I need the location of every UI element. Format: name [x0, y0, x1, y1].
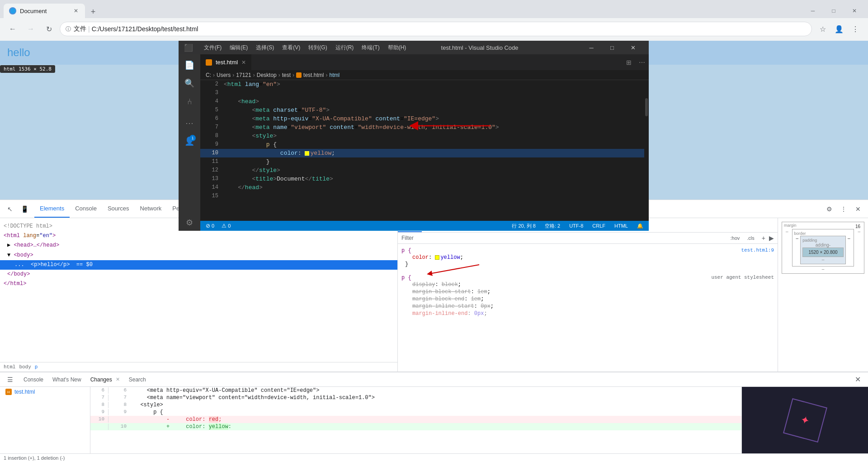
style-prop-margin-inline-end[interactable]: margin-inline-end: 0px; — [401, 310, 774, 317]
diff-text-10-added: + color: yellow: — [134, 424, 231, 430]
bottom-tab-changes[interactable]: Changes ✕ — [87, 372, 123, 386]
vscode-minimize[interactable]: ─ — [581, 41, 602, 54]
vscode-file-tab[interactable]: test.html ✕ — [200, 54, 252, 70]
close-devtools-icon[interactable]: ✕ — [852, 203, 864, 215]
warning-count[interactable]: ⚠ 0 — [220, 223, 232, 229]
bookmark-icon[interactable]: ☆ — [816, 22, 830, 36]
explorer-icon[interactable]: 📄 — [182, 58, 197, 72]
vscode-scrollbar[interactable] — [644, 80, 649, 221]
cls-button[interactable]: .cls — [745, 234, 756, 242]
color-swatch-yellow[interactable] — [435, 255, 439, 260]
reload-button[interactable]: ↻ — [42, 22, 56, 36]
back-button[interactable]: ← — [5, 22, 20, 36]
style-prop-display[interactable]: display: block; — [401, 281, 774, 288]
notification-icon[interactable]: 🔔 — [635, 223, 645, 229]
style-selector-1[interactable]: p { — [401, 248, 411, 254]
file-item-testhtml[interactable]: H test.html — [0, 387, 90, 397]
device-toolbar-icon[interactable]: 📱 — [18, 203, 31, 215]
changes-tab-close[interactable]: ✕ — [116, 376, 120, 382]
tree-line[interactable]: ▼ <body> — [0, 251, 397, 260]
search-activity-icon[interactable]: 🔍 — [182, 76, 197, 90]
menu-file[interactable]: 文件(F) — [200, 43, 225, 52]
tab-elements[interactable]: Elements — [34, 200, 70, 218]
diff-text-9: p { — [134, 409, 163, 415]
style-prop-margin-block-end[interactable]: margin-block-end: 1em; — [401, 295, 774, 303]
style-selector-2[interactable]: p { — [401, 275, 411, 281]
settings-activity-icon[interactable]: ⚙ — [182, 216, 197, 231]
bottom-tab-search[interactable]: Search — [125, 372, 150, 386]
encoding[interactable]: UTF-8 — [567, 223, 585, 229]
inspect-element-icon[interactable]: ↖ — [4, 203, 16, 215]
tab-network[interactable]: Network — [135, 200, 167, 218]
tree-line[interactable]: ▶ <head>…</head> — [0, 241, 397, 250]
style-prop-margin-block-start[interactable]: margin-block-start: 1em; — [401, 288, 774, 295]
tree-line-selected[interactable]: ... <p>hello</p> == $0 — [0, 260, 397, 270]
new-style-rule-btn[interactable]: ▶ — [769, 234, 774, 242]
tree-line[interactable]: </body> — [0, 270, 397, 279]
styles-content: test.html:9 p { color: yellow; } — [398, 244, 778, 372]
tab-console[interactable]: Console — [70, 200, 102, 218]
spaces[interactable]: 空格: 2 — [543, 223, 562, 229]
menu-goto[interactable]: 转到(G) — [305, 43, 330, 52]
file-tab-close[interactable]: ✕ — [241, 59, 246, 66]
hov-button[interactable]: :hov — [729, 234, 742, 242]
bottom-tab-whats-new[interactable]: What's New — [49, 372, 85, 386]
tab-sources[interactable]: Sources — [102, 200, 135, 218]
code-line-10: color: yellow; — [222, 149, 644, 157]
menu-view[interactable]: 查看(V) — [278, 43, 304, 52]
minimize-button[interactable]: ─ — [803, 4, 823, 18]
more-icon[interactable]: ⋮ — [848, 22, 863, 36]
profile-icon[interactable]: 👤 — [832, 22, 846, 36]
menu-select[interactable]: 选择(S) — [252, 43, 278, 52]
bottom-tab-console[interactable]: Console — [20, 372, 47, 386]
scrollbar-thumb[interactable] — [645, 98, 648, 116]
tab-close-btn[interactable]: ✕ — [72, 7, 80, 14]
breadcrumb-p[interactable]: p — [35, 364, 38, 370]
debug-icon[interactable]: ⋯ — [182, 116, 197, 130]
language[interactable]: HTML — [613, 223, 630, 229]
extensions-icon[interactable]: 👤 1 — [182, 134, 197, 148]
breadcrumb-html[interactable]: html — [4, 364, 15, 370]
style-prop-margin-inline-start[interactable]: margin-inline-start: 0px; — [401, 303, 774, 310]
more-tabs-btn[interactable]: ⋯ — [635, 59, 649, 66]
code-line-7: <meta name="viewport" content="width=dev… — [222, 123, 644, 132]
code-line-11: } — [222, 157, 644, 166]
forward-button[interactable]: → — [24, 22, 38, 36]
style-source-link[interactable]: test.html:9 — [741, 248, 774, 253]
vscode-close[interactable]: ✕ — [623, 41, 643, 54]
close-window-button[interactable]: ✕ — [844, 4, 864, 18]
source-control-icon[interactable]: ⑃ — [182, 94, 197, 109]
new-tab-button[interactable]: + — [87, 5, 99, 18]
editor-code: <html lang="en"> <head> <meta charset="U… — [222, 80, 644, 221]
menu-help[interactable]: 帮助(H) — [384, 43, 410, 52]
vscode-breadcrumb: C: › Users › 17121 › Desktop › test › te… — [200, 70, 649, 80]
address-bar[interactable]: ⓘ 文件 | C:/Users/17121/Desktop/test/test.… — [60, 22, 812, 36]
styles-filter-input[interactable] — [417, 235, 725, 241]
hamburger-icon[interactable]: ☰ — [4, 373, 16, 386]
vscode-main: test.html ✕ ⊞ ⋯ C: › Users › 17121 › — [200, 54, 649, 231]
more-options-icon[interactable]: ⋮ — [837, 203, 850, 215]
line-ending[interactable]: CRLF — [590, 223, 607, 229]
vscode-activity-bar: 📄 🔍 ⑃ ⋯ 👤 1 ⚙ — [179, 54, 200, 231]
vscode-maximize[interactable]: □ — [602, 41, 623, 54]
menu-run[interactable]: 运行(R) — [332, 43, 358, 52]
vscode-editor[interactable]: 2 3 4 5 6 7 8 9 10 11 12 13 14 — [200, 80, 649, 221]
close-bottom-bar[interactable]: ✕ — [851, 373, 864, 386]
breadcrumb-body[interactable]: body — [19, 364, 31, 370]
style-prop-color[interactable]: color: yellow; — [401, 254, 774, 261]
bottom-content: H test.html 6 6 <meta http-equiv="X-UA-C… — [0, 387, 868, 453]
menu-edit[interactable]: 编辑(E) — [226, 43, 251, 52]
code-line-14: </head> — [222, 183, 644, 192]
layout-icon-btn[interactable]: ⊞ — [623, 59, 635, 66]
menu-terminal[interactable]: 终端(T) — [358, 43, 383, 52]
tree-line[interactable]: <html lang="en"> — [0, 231, 397, 241]
browser-tab-document[interactable]: 🌐 Document ✕ — [4, 4, 85, 18]
settings-icon[interactable]: ⚙ — [823, 203, 835, 215]
diff-text-7: <meta name="viewport" content="width=dev… — [134, 395, 375, 401]
maximize-button[interactable]: □ — [824, 4, 844, 18]
tree-line[interactable]: </html> — [0, 279, 397, 289]
diff-new-num-10: 10 — [112, 424, 130, 430]
line-col[interactable]: 行 20, 列 8 — [510, 223, 538, 229]
error-count[interactable]: ⊘ 0 — [204, 223, 216, 229]
add-style-btn[interactable]: + — [762, 234, 765, 242]
